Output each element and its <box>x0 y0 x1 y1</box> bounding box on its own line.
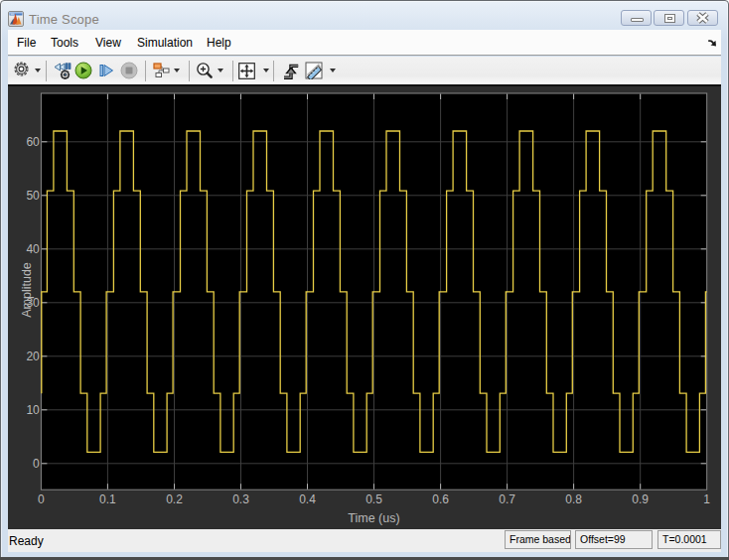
svg-text:50: 50 <box>26 189 40 203</box>
svg-text:0.4: 0.4 <box>299 492 316 506</box>
svg-text:20: 20 <box>26 350 40 363</box>
svg-text:Amplitude: Amplitude <box>20 262 34 318</box>
svg-text:0.9: 0.9 <box>632 492 649 506</box>
svg-text:0.5: 0.5 <box>365 492 382 506</box>
svg-text:0.6: 0.6 <box>432 492 449 506</box>
svg-text:40: 40 <box>26 242 40 256</box>
svg-text:Time (us): Time (us) <box>348 511 399 525</box>
svg-text:10: 10 <box>26 403 40 417</box>
svg-text:1: 1 <box>703 492 710 506</box>
svg-text:0.2: 0.2 <box>166 492 183 506</box>
svg-text:0.3: 0.3 <box>232 492 249 506</box>
svg-text:0.7: 0.7 <box>499 492 515 506</box>
svg-text:0.1: 0.1 <box>99 492 116 506</box>
svg-text:0: 0 <box>38 492 45 506</box>
svg-text:0: 0 <box>33 457 40 471</box>
svg-text:60: 60 <box>26 135 40 149</box>
svg-text:0.8: 0.8 <box>565 492 582 506</box>
